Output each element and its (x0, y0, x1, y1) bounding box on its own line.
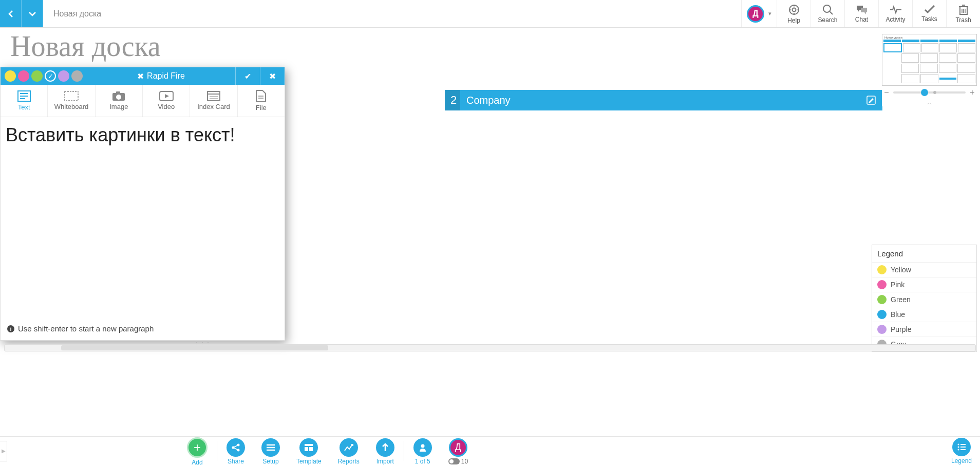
legend-button-label: Legend (951, 457, 972, 464)
panel-text-input[interactable]: Вставить картинки в текст! (1, 117, 285, 320)
horizontal-scrollbar[interactable]: ⋮⋮⋮ (4, 344, 976, 354)
tab-file[interactable]: File (238, 85, 285, 117)
template-icon (299, 438, 318, 457)
tab-index-card[interactable]: Index Card (190, 85, 237, 117)
color-pink[interactable] (18, 70, 29, 82)
toolbar-group-actions: Share Setup Template Reports Import (227, 437, 394, 465)
zoom-in-button[interactable]: + (969, 88, 976, 97)
legend-label: Purple (891, 325, 911, 333)
dropdown-button[interactable] (22, 0, 43, 27)
svg-rect-19 (65, 91, 78, 101)
panel-hint: i Use shift-enter to start a new paragra… (1, 320, 285, 340)
legend-panel: Legend Yellow Pink Green Blue Purple Gre… (872, 245, 977, 352)
share-button[interactable]: Share (227, 438, 245, 465)
color-picker: ✓ (1, 70, 87, 82)
import-icon (376, 438, 394, 457)
search-button[interactable]: Search (811, 0, 844, 27)
setup-button[interactable]: Setup (261, 438, 280, 465)
template-label: Template (296, 458, 322, 465)
person-icon (413, 438, 432, 457)
svg-point-50 (957, 449, 959, 450)
tab-index-card-label: Index Card (197, 103, 230, 110)
close-button[interactable]: ✖ (260, 67, 285, 85)
import-button[interactable]: Import (376, 438, 394, 465)
bottom-toolbar: ▶ + Add Share Setup Template (0, 436, 980, 465)
svg-point-45 (449, 459, 454, 463)
color-yellow[interactable] (5, 70, 16, 82)
svg-point-3 (793, 13, 795, 14)
legend-item-pink[interactable]: Pink (872, 277, 976, 292)
svg-point-1 (792, 8, 796, 11)
legend-item-yellow[interactable]: Yellow (872, 262, 976, 277)
color-selected-icon[interactable]: ✓ (45, 70, 56, 82)
add-label: Add (192, 459, 202, 466)
user-menu[interactable]: Д ▾ (741, 0, 777, 27)
color-grey[interactable] (71, 70, 83, 82)
presence-user[interactable]: Д 10 (448, 438, 468, 465)
tab-image-label: Image (109, 103, 128, 110)
legend-item-purple[interactable]: Purple (872, 322, 976, 337)
tab-whiteboard[interactable]: Whiteboard (48, 85, 95, 117)
svg-point-32 (232, 446, 235, 449)
presence-button[interactable]: 1 of 5 (413, 438, 432, 465)
panel-tabs: Text Whiteboard Image Video Index Card (1, 85, 285, 117)
svg-point-2 (793, 5, 795, 6)
dot-icon (877, 265, 887, 274)
reports-button[interactable]: Reports (338, 438, 360, 465)
add-button[interactable]: + Add (187, 437, 208, 466)
share-icon (227, 438, 245, 457)
chat-label: Chat (855, 16, 868, 23)
column-number: 2 (445, 90, 460, 110)
color-purple[interactable] (58, 70, 69, 82)
list-icon (952, 438, 971, 456)
toolbar-group-presence: 1 of 5 Д 10 (413, 437, 468, 465)
presence-badge: 10 (448, 458, 468, 465)
activity-button[interactable]: Activity (878, 0, 912, 27)
panel-header: ✓ ✖ Rapid Fire ✔ ✖ (1, 67, 285, 85)
dot-icon (877, 295, 887, 304)
legend-item-blue[interactable]: Blue (872, 307, 976, 322)
chat-button[interactable]: Chat (844, 0, 878, 27)
column-title: Company (466, 95, 860, 106)
column-header[interactable]: 2 Company (445, 90, 882, 110)
confirm-button[interactable]: ✔ (235, 67, 260, 85)
minimap-collapse[interactable]: ︿ (882, 99, 977, 106)
expand-handle[interactable]: ▶ (0, 441, 7, 461)
camera-icon (112, 91, 125, 101)
panel-hint-text: Use shift-enter to start a new paragraph (18, 324, 154, 333)
tasks-button[interactable]: Tasks (912, 0, 946, 27)
help-button[interactable]: Help (777, 0, 811, 27)
board-title[interactable]: Новая доска (10, 30, 161, 63)
svg-rect-40 (305, 444, 313, 446)
trash-button[interactable]: Trash (946, 0, 980, 27)
svg-point-33 (237, 443, 240, 446)
minimap-title: Новая доска (883, 35, 975, 40)
legend-label: Yellow (891, 266, 911, 274)
edit-icon[interactable] (866, 95, 876, 105)
breadcrumb[interactable]: Новая доска (43, 0, 111, 27)
toolbar-group-main: + Add (187, 436, 208, 466)
tasks-label: Tasks (921, 15, 937, 23)
legend-button[interactable]: Legend (951, 438, 972, 464)
minimap[interactable]: Новая доска − + ︿ (882, 34, 977, 106)
whiteboard-icon (64, 91, 79, 101)
legend-title: Legend (872, 245, 976, 262)
svg-point-5 (797, 9, 799, 10)
svg-point-48 (957, 446, 959, 448)
tab-video[interactable]: Video (143, 85, 190, 117)
top-bar: Новая доска Д ▾ Help Search Chat (0, 0, 980, 28)
zoom-slider[interactable] (893, 91, 966, 94)
check-icon (924, 5, 935, 14)
presence-badge-text: 10 (461, 458, 468, 465)
top-bar-left: Новая доска (0, 0, 111, 27)
legend-item-green[interactable]: Green (872, 292, 976, 307)
svg-point-0 (789, 5, 799, 14)
zoom-out-button[interactable]: − (883, 88, 890, 97)
back-button[interactable] (0, 0, 22, 27)
tab-image[interactable]: Image (96, 85, 143, 117)
template-button[interactable]: Template (296, 438, 322, 465)
search-icon (822, 4, 834, 15)
tab-text[interactable]: Text (1, 85, 48, 117)
user-avatar-small: Д (449, 438, 467, 457)
color-green[interactable] (31, 70, 43, 82)
